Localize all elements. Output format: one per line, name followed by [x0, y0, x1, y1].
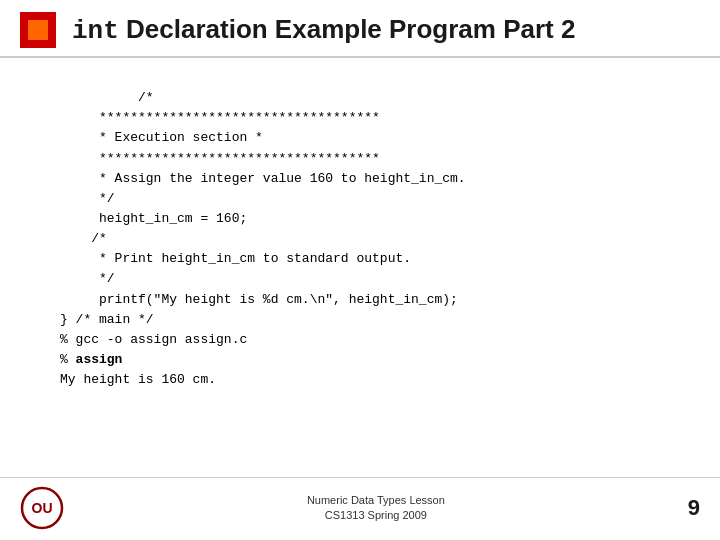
ou-logo: OU — [20, 486, 64, 530]
slide: int Declaration Example Program Part 2 /… — [0, 0, 720, 540]
footer-course-line2: CS1313 Spring 2009 — [307, 508, 445, 523]
accent-block — [20, 12, 56, 48]
assign-bold: assign — [76, 352, 123, 367]
ou-logo-svg: OU — [20, 486, 64, 530]
title-text: Declaration Example Program Part 2 — [119, 14, 576, 44]
keyword-int: int — [72, 16, 119, 46]
slide-footer: OU Numeric Data Types Lesson CS1313 Spri… — [0, 477, 720, 540]
footer-page-number: 9 — [688, 495, 700, 521]
footer-course-line1: Numeric Data Types Lesson — [307, 493, 445, 508]
svg-text:OU: OU — [32, 500, 53, 516]
slide-title: int Declaration Example Program Part 2 — [72, 14, 575, 46]
slide-content: /* ************************************ … — [0, 58, 720, 477]
code-block: /* ************************************ … — [60, 68, 680, 410]
slide-header: int Declaration Example Program Part 2 — [0, 0, 720, 58]
footer-course-info: Numeric Data Types Lesson CS1313 Spring … — [307, 493, 445, 524]
code-line-stars1: /* ************************************ … — [60, 90, 466, 387]
